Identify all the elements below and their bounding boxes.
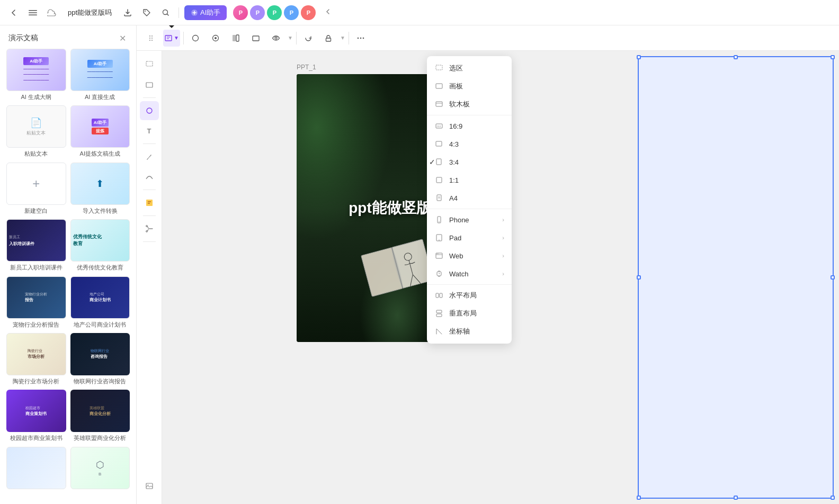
template-misc2[interactable]: ⬡ B [70,447,130,491]
menu-item-pad[interactable]: Pad › [427,229,512,247]
handle-bottom-middle[interactable] [734,496,738,500]
menu-item-horizontal-layout[interactable]: 水平布局 [427,286,512,304]
template-ai-outline[interactable]: AI助手 —————————————————— AI 生成大纲 [6,49,66,101]
svg-rect-12 [165,35,172,41]
document-title[interactable]: PPT_1 ppt能做竖版吗 [64,6,116,20]
template-employee-training[interactable]: 新员工 入职培训课件 新员工入职培训课件 [6,219,66,272]
circle-tool-button[interactable] [187,30,204,47]
lock-dropdown[interactable]: ▼ [340,35,345,41]
template-new-blank[interactable]: + 新建空白 [6,163,66,215]
submenu-chevron: › [502,253,504,259]
handle-bottom-left[interactable] [637,496,641,500]
menu-item-corkboard[interactable]: 软木板 [427,95,512,113]
template-label: 导入文件转换 [70,207,130,215]
menu-item-selection[interactable]: 选区 [427,59,512,77]
action-btn-1[interactable]: P [233,5,248,20]
back-button[interactable] [6,5,21,20]
template-real-estate[interactable]: 地产公司 商业计划书 地产公司商业计划书 [70,276,130,329]
topbar-collapse-btn[interactable] [324,8,332,17]
web-icon [434,251,444,260]
drag-handle-button[interactable] [143,30,160,47]
menu-item-16-9[interactable]: 16:9 16:9 [427,117,512,135]
rotate-button[interactable] [300,30,317,47]
cloud-save-button[interactable] [44,5,59,20]
text-tool-button[interactable]: T [140,121,159,140]
menu-item-canvas[interactable]: 画板 [427,77,512,95]
template-label: 新员工入职培训课件 [6,264,66,272]
template-misc1[interactable] [6,447,66,491]
template-ai-direct[interactable]: AI助手 ———————————— AI 直接生成 [70,49,130,101]
ratio-3-4-icon [434,157,444,167]
curve-tool-button[interactable] [140,167,159,186]
slice-tool-button[interactable] [227,30,244,47]
action-btn-3[interactable]: P [267,5,282,20]
visibility-dropdown[interactable]: ▼ [288,35,293,41]
menu-item-watch[interactable]: Watch › [427,265,512,283]
menu-item-label: 软木板 [449,100,504,109]
visibility-button[interactable] [267,30,284,47]
menu-item-a4[interactable]: A4 [427,189,512,207]
download-button[interactable] [120,5,135,20]
template-culture-edu[interactable]: 优秀传统文化教育 优秀传统文化教育 [70,219,130,272]
handle-bottom-right[interactable] [831,496,835,500]
ratio-badge-arrow [169,25,174,28]
menu-item-3-4[interactable]: ✓ 3:4 [427,153,512,171]
svg-rect-18 [236,35,239,41]
template-label: 英雄联盟商业化分析 [70,434,130,442]
action-btn-4[interactable]: P [284,5,299,20]
more-options-button[interactable] [352,30,369,47]
slide-size-dropdown-arrow[interactable]: ▼ [174,35,179,41]
menu-item-1-1[interactable]: 1:1 [427,171,512,189]
tag-button[interactable] [139,5,154,20]
svg-rect-46 [436,177,442,183]
template-paste-text[interactable]: 📄 粘贴文本 粘贴文本 [6,105,66,158]
menu-button[interactable] [25,5,40,20]
menu-item-phone[interactable]: Phone › [427,211,512,229]
cut-tool-button[interactable] [140,219,159,238]
watch-label: Watch [449,270,497,278]
svg-point-9 [151,35,153,37]
svg-point-57 [438,254,438,254]
tool-separator [143,143,156,144]
menu-item-label: 4:3 [449,140,504,148]
menu-item-4-3[interactable]: 4:3 [427,135,512,153]
template-campus[interactable]: 校园超市 商业策划书 校园超市商业策划书 [6,390,66,442]
search-button[interactable] [158,5,173,20]
template-label: 宠物行业分析报告 [6,321,66,329]
ai-assistant-button[interactable]: AI助手 [184,5,227,20]
menu-item-coordinate-axis[interactable]: 坐标轴 [427,322,512,340]
slide-size-button[interactable]: 3:4 ▼ [163,30,180,47]
pen-tool-button[interactable] [140,147,159,166]
template-ceramic[interactable]: 陶瓷行业 市场分析 陶瓷行业市场分析 [6,333,66,385]
canvas-content: PPT_1 [162,51,839,504]
handle-top-middle[interactable] [734,55,738,59]
template-label: 陶瓷行业市场分析 [6,377,66,385]
select-tool-button[interactable] [140,55,159,74]
action-btn-2[interactable]: P [250,5,265,20]
vertical-layout-icon [434,309,444,318]
handle-middle-right[interactable] [831,275,835,280]
handle-top-right[interactable] [831,55,835,59]
menu-item-vertical-layout[interactable]: 垂直布局 [427,304,512,322]
shape-tool-button[interactable] [140,101,159,120]
template-iot[interactable]: 物联网行业 咨询报告 物联网行业咨询报告 [70,333,130,385]
menu-item-label: 垂直布局 [449,309,504,318]
action-btn-5[interactable]: P [301,5,316,20]
sidebar-close-button[interactable]: ✕ [117,33,128,43]
note-tool-button[interactable] [140,193,159,212]
lock-button[interactable] [320,30,337,47]
rectangle-tool-button[interactable] [247,30,264,47]
template-lol[interactable]: 英雄联盟 商业化分析 英雄联盟商业化分析 [70,390,130,442]
handle-middle-left[interactable] [637,275,641,280]
media-tool-button[interactable] [140,476,159,496]
frame-tool-button[interactable] [140,75,159,94]
handle-top-left[interactable] [637,55,641,59]
template-pet-report[interactable]: 宠物行业分析 报告 宠物行业分析报告 [6,276,66,329]
menu-item-web[interactable]: Web › [427,247,512,265]
template-import-convert[interactable]: ⬆ 导入文件转换 [70,163,130,215]
menu-item-label: 坐标轴 [449,327,504,336]
template-ai-extract[interactable]: AI助手 提炼 AI提炼文稿生成 [70,105,130,158]
target-tool-button[interactable] [207,30,224,47]
canvas-toolbar: 3:4 ▼ [137,25,839,51]
corkboard-icon [434,100,444,109]
